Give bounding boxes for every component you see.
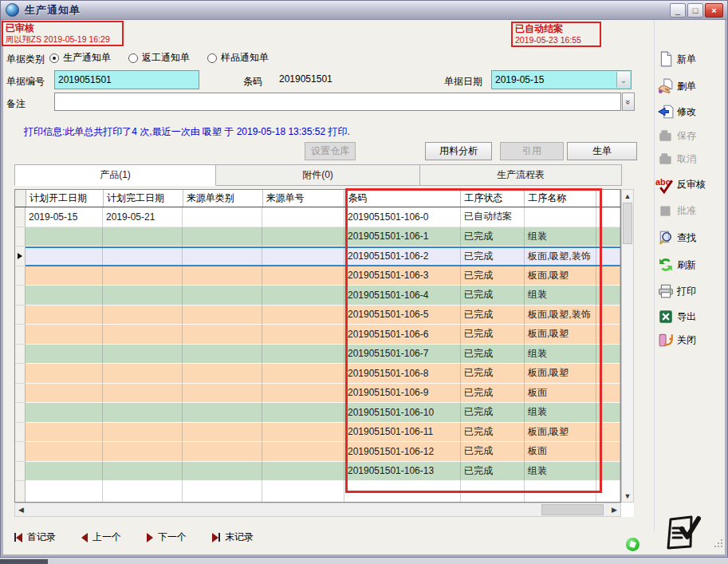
cell-barcode: 2019051501-106-5 — [344, 306, 461, 325]
doc-no-input[interactable]: 2019051501 — [54, 70, 199, 89]
row-selector-cell[interactable] — [15, 286, 26, 306]
table-row[interactable]: 2019051501-106-4已完成组装 — [15, 286, 620, 306]
action-button-1[interactable]: 用料分析 — [425, 142, 492, 160]
table-row[interactable]: 2019051501-106-11已完成板面,吸塑 — [15, 423, 620, 443]
row-selector-cell — [15, 481, 26, 503]
scroll-up-icon[interactable]: ▲ — [622, 190, 633, 202]
tab-2[interactable]: 生产流程表 — [420, 164, 622, 186]
row-selector-cell[interactable] — [15, 325, 26, 345]
record-nav-0[interactable]: 首记录 — [14, 530, 56, 544]
grid-header-row: 计划开工日期计划完工日期来源单类别来源单号条码工序状态工序名称 — [15, 190, 620, 207]
cell-plan_start — [26, 423, 103, 443]
row-selector-cell[interactable] — [15, 462, 26, 482]
cell-extra — [596, 384, 620, 404]
vertical-scroll-thumb[interactable] — [623, 203, 632, 244]
table-row[interactable]: 2019051501-106-12已完成板面 — [15, 442, 620, 462]
sidebar-button-4: 取消 — [658, 148, 725, 169]
sidebar-button-0[interactable]: 新单 — [658, 49, 725, 69]
chevron-down-icon[interactable]: ⌄ — [616, 72, 630, 88]
record-nav-label: 上一个 — [92, 530, 121, 544]
sidebar-button-11[interactable]: 关闭 — [658, 329, 725, 350]
column-header-plan_start[interactable]: 计划开工日期 — [26, 190, 104, 207]
maximize-button[interactable]: □ — [687, 3, 703, 18]
table-row[interactable]: 2019051501-106-3已完成板面,吸塑 — [15, 266, 620, 286]
row-selector-cell[interactable] — [15, 345, 26, 365]
sidebar-button-label: 新单 — [677, 53, 696, 66]
cell-barcode: 2019051501-106-7 — [344, 345, 461, 365]
close-form-icon — [658, 332, 674, 348]
column-header-plan_end[interactable]: 计划完工日期 — [104, 190, 183, 207]
row-selector-cell[interactable] — [15, 306, 26, 325]
sidebar-button-9[interactable]: 打印 — [658, 281, 725, 302]
record-nav-1[interactable]: 上一个 — [81, 530, 121, 544]
close-button[interactable]: × — [705, 3, 723, 18]
row-selector-cell[interactable] — [15, 442, 26, 462]
record-nav-label: 首记录 — [27, 530, 56, 544]
horizontal-scroll-thumb[interactable] — [541, 504, 604, 515]
record-nav-3[interactable]: 末记录 — [212, 530, 254, 544]
doc-type-radio-0[interactable]: 生产通知单 — [49, 51, 111, 65]
table-row[interactable]: 2019051501-106-13已完成组装 — [15, 462, 620, 482]
 — [147, 533, 153, 542]
vertical-scrollbar[interactable]: ▲ ▼ — [621, 189, 634, 503]
scroll-left-icon[interactable]: ◀ — [15, 503, 27, 516]
row-cells: 2019051501-106-13已完成组装 — [26, 462, 620, 482]
table-row[interactable]: 2019051501-106-9已完成板面 — [15, 384, 620, 404]
scroll-right-icon[interactable]: ▶ — [608, 503, 620, 516]
doc-type-radio-1[interactable]: 返工通知单 — [128, 51, 190, 65]
row-selector-cell[interactable] — [15, 403, 26, 423]
row-selector-cell[interactable] — [15, 207, 26, 227]
row-cells: 2019051501-106-9已完成板面 — [26, 384, 620, 404]
cell-process: 组装 — [525, 286, 596, 306]
cell-plan_start: 2019-05-15 — [26, 207, 103, 227]
cell-process: 组装 — [525, 462, 596, 482]
table-row[interactable]: 2019051501-106-5已完成板面,吸塑,装饰 — [15, 306, 620, 325]
row-selector-cell[interactable] — [15, 247, 26, 266]
cell-extra — [596, 248, 620, 265]
doc-date-value: 2019-05-15 — [495, 74, 544, 85]
cell-source_no — [262, 345, 344, 365]
row-selector-cell[interactable] — [15, 227, 26, 247]
table-row[interactable]: 2019051501-106-7已完成组装 — [15, 345, 620, 365]
sidebar-button-10[interactable]: 导出 — [658, 306, 725, 327]
audit-stamp: 已审核 周以翔ZS 2019-05-19 16:29 — [2, 21, 124, 46]
minimize-button[interactable]: _ — [670, 3, 686, 18]
tab-0[interactable]: 产品(1) — [14, 164, 216, 186]
column-header-source_no[interactable]: 来源单号 — [263, 190, 345, 207]
cell-plan_end — [103, 423, 183, 443]
table-row[interactable]: 2019051501-106-6已完成板面,吸塑 — [15, 325, 620, 345]
table-row[interactable]: 2019-05-152019-05-212019051501-106-0已自动结… — [15, 207, 620, 227]
sidebar-button-1[interactable]: 删单 — [658, 76, 725, 97]
action-button-3[interactable]: 生单 — [567, 142, 637, 160]
sidebar-button-label: 保存 — [677, 129, 696, 143]
column-header-status[interactable]: 工序状态 — [461, 190, 525, 207]
column-header-process[interactable]: 工序名称 — [525, 190, 596, 207]
cell-source_type — [183, 306, 262, 325]
column-header-barcode[interactable]: 条码 — [344, 190, 461, 207]
tab-1[interactable]: 附件(0) — [216, 164, 420, 186]
table-row[interactable]: 2019051501-106-8已完成板面,吸塑 — [15, 364, 620, 384]
remark-expand-button[interactable]: » — [622, 93, 635, 111]
horizontal-scrollbar[interactable]: ◀ ▶ — [14, 503, 621, 517]
sidebar-button-5[interactable]: abc反审核 — [658, 174, 725, 195]
table-row[interactable]: 2019051501-106-10已完成组装 — [15, 403, 620, 423]
row-selector-cell[interactable] — [15, 423, 26, 443]
doc-type-radio-2[interactable]: 样品通知单 — [207, 51, 269, 65]
sidebar-button-2[interactable]: 修改 — [658, 101, 725, 122]
remark-input[interactable] — [54, 93, 621, 111]
row-selector-cell[interactable] — [15, 266, 26, 286]
row-selector-cell[interactable] — [15, 364, 26, 384]
cell-extra — [596, 286, 620, 306]
scroll-down-icon[interactable]: ▼ — [622, 490, 633, 502]
row-selector-cell[interactable] — [15, 384, 26, 404]
sidebar-button-7[interactable]: 查找 — [658, 227, 725, 248]
table-row[interactable]: 2019051501-106-1已完成组装 — [15, 227, 620, 247]
action-button-2: 引用 — [500, 142, 564, 160]
doc-date-combo[interactable]: 2019-05-15 ⌄ — [491, 70, 632, 89]
sidebar-button-8[interactable]: 刷新 — [658, 254, 725, 275]
table-row[interactable]: 2019051501-106-2已完成板面,吸塑,装饰 — [15, 247, 620, 266]
record-nav-2[interactable]: 下一个 — [147, 530, 187, 544]
resize-grip[interactable] — [714, 538, 723, 548]
column-header-source_type[interactable]: 来源单类别 — [183, 190, 263, 207]
cell-barcode: 2019051501-106-12 — [344, 442, 461, 462]
